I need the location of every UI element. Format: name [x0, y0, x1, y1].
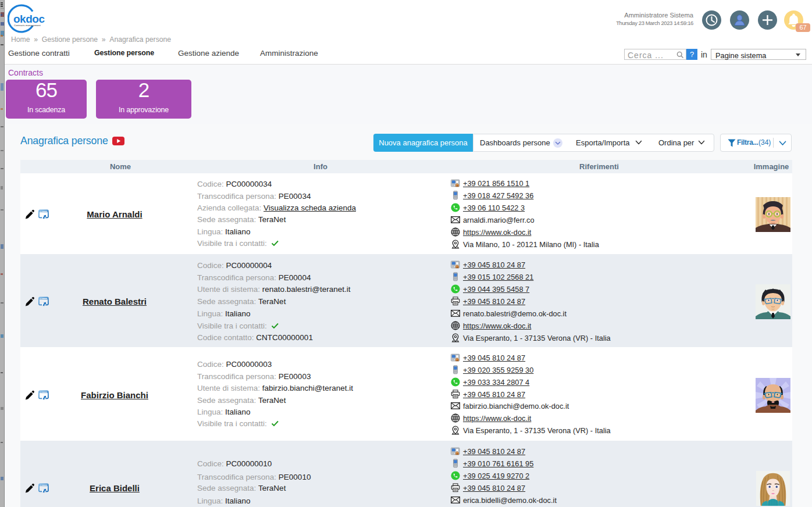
- svg-text:okdoc: okdoc: [13, 13, 45, 25]
- svg-text:Contracts management: Contracts management: [14, 24, 41, 27]
